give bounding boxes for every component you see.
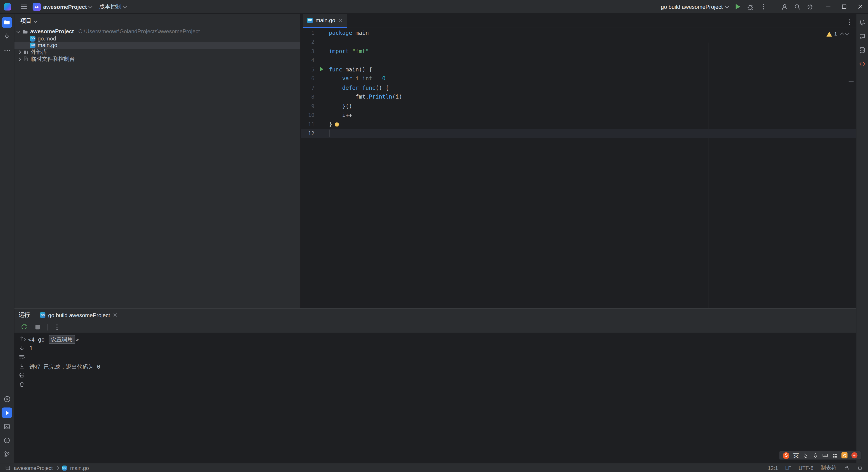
more-tool-windows-button[interactable] <box>2 45 12 55</box>
gear-icon <box>807 3 814 10</box>
ime-toolbar: S 英 <box>779 450 862 460</box>
main-menu-button[interactable] <box>17 0 30 13</box>
arrow-down-icon <box>19 345 25 351</box>
ime-keyboard-button[interactable] <box>822 452 828 459</box>
code-editor[interactable]: 1package main23import "fmt"45func main()… <box>301 28 856 308</box>
console-fold-suffix: > <box>76 336 79 343</box>
status-file-name[interactable]: main.go <box>70 465 89 471</box>
caret-position-widget[interactable]: 12:1 <box>768 465 778 471</box>
encoding-widget[interactable]: UTF-8 <box>799 465 813 471</box>
more-actions-button[interactable] <box>757 0 770 13</box>
terminal-tool-button[interactable] <box>2 421 12 432</box>
chevron-right-icon <box>17 51 21 54</box>
run-gutter-icon[interactable] <box>320 67 323 72</box>
code-line-8: 8 fmt.Println(i) <box>301 92 856 101</box>
search-everywhere-button[interactable] <box>791 0 804 13</box>
next-problem-icon[interactable] <box>845 31 849 35</box>
ai-assistant-button[interactable] <box>857 31 868 41</box>
window-close-button[interactable] <box>852 0 868 13</box>
intention-bulb-icon[interactable] <box>335 123 339 126</box>
close-tab-icon[interactable] <box>113 313 117 317</box>
ime-cursor-button[interactable] <box>802 452 809 459</box>
ime-mic-button[interactable] <box>812 452 818 459</box>
run-configuration-selector[interactable]: go build awesomeProject <box>657 4 731 10</box>
tab-bar-more-button[interactable] <box>849 18 850 24</box>
terminal-icon <box>3 423 11 430</box>
hamburger-icon <box>20 3 27 10</box>
rerun-icon <box>20 323 27 331</box>
goland-logo-icon <box>4 3 11 10</box>
console-fold-chip[interactable]: 设置调用 <box>49 335 75 344</box>
code-with-me-button[interactable] <box>778 0 791 13</box>
search-icon <box>794 3 801 10</box>
run-tool-button[interactable] <box>2 407 12 418</box>
rerun-button[interactable] <box>20 322 28 332</box>
console-more-button[interactable] <box>53 322 61 332</box>
status-project-name[interactable]: awesomeProject <box>14 465 53 471</box>
endpoints-tool-button[interactable] <box>857 59 868 69</box>
console-down-button[interactable] <box>18 344 25 351</box>
error-stripe-mark[interactable] <box>848 81 854 82</box>
ime-language-toggle[interactable]: 英 <box>793 451 799 459</box>
warning-icon <box>827 31 832 36</box>
vcs-widget[interactable]: 版本控制 <box>96 1 129 12</box>
cursor-icon <box>803 452 808 458</box>
tree-row-scratches[interactable]: 临时文件和控制台 <box>14 56 300 62</box>
code-line-3: 3import "fmt" <box>301 46 856 56</box>
sogou-logo-icon[interactable]: S <box>783 452 789 459</box>
status-notifications-button[interactable] <box>857 465 863 471</box>
code-line-11: 11} <box>301 120 856 129</box>
settings-button[interactable] <box>804 0 816 13</box>
stop-button[interactable] <box>33 322 42 332</box>
console[interactable]: <4 go 设置调用> 1 进程 已完成，退出代码为 0 <box>14 333 856 463</box>
project-panel-title: 项目 <box>21 17 32 25</box>
folder-icon <box>22 29 28 35</box>
window-maximize-button[interactable] <box>836 0 852 13</box>
chevron-down-icon <box>34 19 37 22</box>
ime-toolbox-button[interactable] <box>832 452 838 459</box>
console-command-line[interactable]: <4 go 设置调用> <box>29 335 856 344</box>
notifications-button[interactable] <box>857 17 868 28</box>
scroll-end-icon <box>19 363 25 369</box>
code-line-4: 4 <box>301 56 856 65</box>
project-tool-button[interactable] <box>2 17 12 28</box>
ime-wubi-button[interactable] <box>851 452 857 459</box>
database-tool-button[interactable] <box>857 45 868 55</box>
tree-row-root[interactable]: awesomeProject C:\Users\meowr\GolandProj… <box>14 28 300 35</box>
prev-problem-icon[interactable] <box>840 33 844 36</box>
git-tool-button[interactable] <box>2 449 12 460</box>
editor-tab-label: main.go <box>315 17 335 23</box>
close-icon <box>857 3 863 10</box>
run-panel-header: 运行 GO go build awesomeProject <box>14 309 856 321</box>
run-panel-tab[interactable]: GO go build awesomeProject <box>38 309 120 321</box>
run-panel-title[interactable]: 运行 <box>19 311 30 319</box>
indent-widget[interactable]: 制表符 <box>821 464 837 471</box>
editor-tab-maingo[interactable]: GO main.go <box>303 13 347 28</box>
project-widget[interactable]: AP awesomeProject <box>30 1 94 12</box>
window-minimize-button[interactable] <box>820 0 836 13</box>
print-button[interactable] <box>18 371 25 379</box>
tree-row-gomod[interactable]: GO go.mod <box>14 35 300 42</box>
services-tool-button[interactable] <box>2 394 12 404</box>
close-tab-icon[interactable] <box>338 18 342 23</box>
commit-tool-button[interactable] <box>2 31 12 41</box>
library-icon <box>22 49 29 55</box>
ime-skin-button[interactable] <box>842 452 848 459</box>
scroll-to-end-button[interactable] <box>18 363 25 370</box>
problems-tool-button[interactable] <box>2 435 12 446</box>
debug-button[interactable] <box>744 0 756 13</box>
stop-icon <box>35 325 40 329</box>
soft-wrap-button[interactable] <box>18 353 25 360</box>
project-panel-header[interactable]: 项目 <box>14 14 300 28</box>
inspections-widget[interactable]: 1 <box>827 31 848 36</box>
line-number: 2 <box>301 39 314 45</box>
clear-console-button[interactable] <box>18 381 25 388</box>
run-button[interactable] <box>731 0 744 13</box>
tree-row-external-libraries[interactable]: 外部库 <box>14 49 300 56</box>
readonly-toggle[interactable] <box>844 465 850 471</box>
line-number: 11 <box>301 121 314 127</box>
line-separator-widget[interactable]: LF <box>785 465 792 471</box>
mic-icon <box>812 452 818 458</box>
go-file-icon: GO <box>40 312 45 318</box>
tree-row-maingo[interactable]: GO main.go <box>14 42 300 49</box>
